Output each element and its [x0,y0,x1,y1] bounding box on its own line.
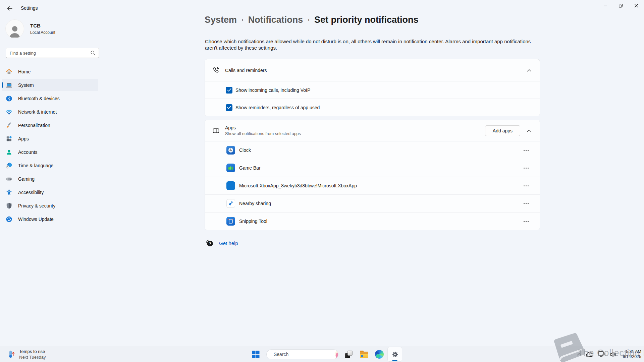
app-row-clock: Clock [205,141,540,159]
game-bar-more-options-button[interactable] [520,164,532,172]
breadcrumb-separator: › [241,16,244,23]
collapse-apps-button[interactable] [523,126,535,136]
avatar [5,19,24,38]
checkmark-icon [227,88,231,92]
chevron-up-icon [527,69,531,72]
sidebar-item-system[interactable]: System [2,79,98,91]
account-type: Local Account [30,30,55,35]
sidebar-item-personalization[interactable]: Personalization [2,119,98,131]
sidebar-item-apps[interactable]: Apps [2,132,98,145]
minimize-button[interactable] [598,0,613,11]
reminders-checkbox[interactable] [226,104,232,111]
app-name: Nearby sharing [239,201,271,206]
collapse-calls-button[interactable] [523,65,535,75]
sidebar-item-label: Privacy & security [18,203,55,208]
file-explorer-icon [360,352,368,358]
person-icon [8,24,22,38]
incoming-calls-row: Show incoming calls, including VoIP [205,81,540,99]
sidebar-item-accessibility[interactable]: Accessibility [2,186,98,198]
volume-icon[interactable] [610,352,617,357]
calls-reminders-title: Calls and reminders [225,68,267,73]
breadcrumb-system[interactable]: System [205,15,237,25]
svg-text:?: ? [209,242,211,246]
snipping-tool-more-options-button[interactable] [520,217,532,226]
xbox-app-icon [226,181,235,190]
get-help-icon: ? [205,239,214,247]
settings-taskbar-button[interactable] [387,347,402,362]
window-title: Settings [21,5,38,11]
search-input[interactable] [6,51,91,56]
sidebar-item-privacy-security[interactable]: Privacy & security [2,199,98,212]
hardware-monitor-icon[interactable] [598,351,605,358]
add-apps-button[interactable]: Add apps [485,125,520,136]
checkmark-icon [227,106,231,109]
app-name: Microsoft.XboxApp_8wekyb3d8bbwe!Microsof… [239,183,357,188]
sidebar-item-gaming[interactable]: Gaming [2,173,98,185]
system-icon [6,82,12,88]
calls-reminders-header[interactable]: Calls and reminders [205,59,540,81]
tray-date: 6/14/2025 [623,354,641,359]
get-help-section: ? Get help [205,239,238,247]
sidebar-item-label: System [18,82,34,88]
snipping-tool-app-icon [226,217,235,226]
sidebar-item-label: Home [18,69,31,74]
tray-clock[interactable]: 5:31 AM 6/14/2025 [623,349,641,359]
onedrive-cloud-icon[interactable] [586,352,594,357]
sidebar-item-windows-update[interactable]: Windows Update [2,213,98,225]
back-button[interactable] [4,3,15,13]
accounts-icon [6,149,12,156]
breadcrumb: System›Notifications›Set priority notifi… [205,15,418,25]
search-icon [91,51,95,55]
incoming-calls-checkbox[interactable] [226,87,232,94]
task-view-button[interactable] [341,347,356,362]
nearby-sharing-more-options-button[interactable] [520,199,532,208]
sidebar-item-time-language[interactable]: Time & language [2,159,98,172]
clock-more-options-button[interactable] [520,146,532,155]
search-highlight-image[interactable] [335,349,338,359]
sidebar-item-label: Time & language [18,163,53,168]
close-icon [634,4,638,8]
nearby-sharing-app-icon [226,199,235,208]
taskbar-search-input[interactable] [271,351,335,357]
sidebar-item-label: Bluetooth & devices [18,96,60,101]
chevron-up-icon [527,129,531,132]
apps-header[interactable]: Apps Show all notifications from selecte… [205,120,540,141]
xbox-more-options-button[interactable] [520,181,532,190]
start-button[interactable] [248,347,264,362]
app-name: Clock [239,147,251,153]
get-help-link[interactable]: Get help [219,240,238,246]
sidebar-item-label: Accessibility [18,190,44,195]
sidebar-item-network-internet[interactable]: Network & internet [2,106,98,118]
apps-card: Apps Show all notifications from selecte… [205,120,540,230]
restore-button[interactable] [613,0,629,11]
sidebar-item-label: Gaming [18,176,35,182]
hidden-icons-chevron[interactable] [577,353,581,356]
sidebar-item-bluetooth-devices[interactable]: Bluetooth & devices [2,92,98,105]
account-summary[interactable]: TCB Local Account [5,19,55,38]
breadcrumb-notifications[interactable]: Notifications [248,15,303,25]
taskbar-search[interactable] [266,349,338,359]
system-tray: 5:31 AM 6/14/2025 [577,346,641,362]
phone-calls-icon [212,66,220,74]
user-name: TCB [30,23,55,28]
page-title: Set priority notifications [314,15,419,25]
sidebar-item-label: Accounts [18,149,38,155]
edge-button[interactable] [372,347,387,362]
app-name: Game Bar [239,165,261,171]
task-view-icon [345,351,353,358]
bluetooth-icon [6,95,12,102]
calls-reminders-card: Calls and reminders Show incoming calls,… [205,59,540,116]
apps-title: Apps [225,125,301,130]
weather-widget[interactable]: Temps to rise Next Tuesday [5,346,49,362]
find-setting-search[interactable] [6,48,99,58]
privacy-security-icon [6,202,12,209]
back-arrow-icon [7,6,12,11]
file-explorer-button[interactable] [357,347,371,362]
close-button[interactable] [629,0,644,11]
sidebar-item-home[interactable]: Home [2,65,98,78]
sidebar-item-accounts[interactable]: Accounts [2,146,98,158]
app-row-xbox: Microsoft.XboxApp_8wekyb3d8bbwe!Microsof… [205,177,540,194]
app-row-nearby-sharing: Nearby sharing [205,194,540,212]
reminders-label: Show reminders, regardless of app used [235,105,320,110]
sidebar-item-label: Personalization [18,123,50,128]
